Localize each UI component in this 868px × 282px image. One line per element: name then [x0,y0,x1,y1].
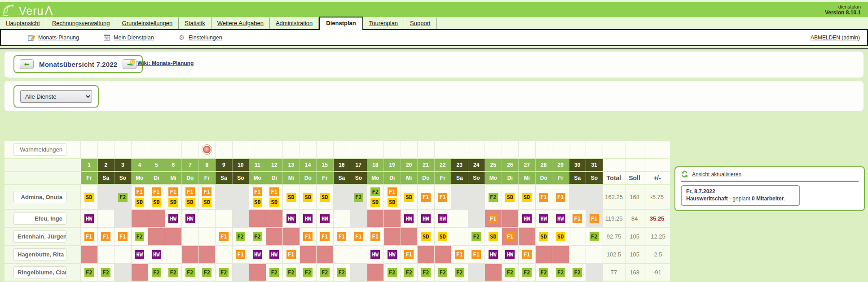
shift-cell-day-3[interactable]: F2 [115,185,132,209]
shift-cell-day-25[interactable]: HW [485,246,502,263]
shift-cell-day-29[interactable] [552,246,569,263]
shift-cell-day-15[interactable]: SD [317,185,334,209]
shift-cell-day-21[interactable]: SD [418,228,435,245]
shift-cell-day-20[interactable]: F1 [401,246,418,263]
shift-cell-day-29[interactable]: SD [552,228,569,245]
shift-cell-day-23[interactable] [451,228,468,245]
shift-cell-day-27[interactable] [519,228,536,245]
shift-cell-day-29[interactable]: F1 [552,185,569,209]
shift-cell-day-2[interactable] [98,185,115,209]
shift-cell-day-24[interactable] [468,264,485,281]
shift-cell-day-11[interactable] [249,210,266,227]
shift-cell-day-17[interactable] [350,264,367,281]
shift-cell-day-12[interactable]: F1SD [266,185,283,209]
shift-cell-day-26[interactable]: F1 [502,228,519,245]
shift-cell-day-10[interactable]: F1 [233,246,250,263]
shift-cell-day-12[interactable] [266,228,283,245]
shift-cell-day-10[interactable]: F2 [233,228,250,245]
tab-support[interactable]: Support [404,17,437,29]
tab-tourenplan[interactable]: Tourenplan [363,17,404,29]
shift-cell-day-22[interactable] [435,246,452,263]
shift-cell-day-15[interactable]: HW [317,210,334,227]
shift-cell-day-17[interactable]: F1 [350,228,367,245]
tab-rechnungsverwaltung[interactable]: Rechnungsverwaltung [46,17,116,29]
shift-cell-day-5[interactable] [148,228,165,245]
shift-cell-day-18[interactable]: F1 [367,228,384,245]
shift-cell-day-30[interactable]: F1 [569,210,586,227]
einstellungen-link[interactable]: ⚙Einstellungen [178,34,222,41]
shift-cell-day-19[interactable] [384,210,401,227]
shift-cell-day-6[interactable]: F2 [165,264,182,281]
shift-cell-day-22[interactable]: F1 [435,185,452,209]
shift-cell-day-13[interactable]: F2 [283,264,300,281]
shift-cell-day-26[interactable]: SD [502,185,519,209]
shift-cell-day-28[interactable]: HW [536,210,553,227]
shift-cell-day-22[interactable]: SD [435,228,452,245]
shift-cell-day-2[interactable]: F1 [98,228,115,245]
shift-cell-day-31[interactable] [586,264,603,281]
shift-cell-day-25[interactable]: F2 [485,185,502,209]
shift-cell-day-31[interactable]: F2 [586,228,603,245]
tab-administration[interactable]: Administration [270,17,319,29]
shift-cell-day-18[interactable]: HW [367,246,384,263]
shift-cell-day-30[interactable] [569,228,586,245]
shift-cell-day-4[interactable]: F2 [132,228,149,245]
shift-cell-day-5[interactable]: F2 [148,264,165,281]
shift-cell-day-16[interactable] [334,185,351,209]
prev-month-button[interactable]: ⬅ [20,59,34,69]
shift-cell-day-25[interactable]: SD [485,228,502,245]
shift-cell-day-1[interactable]: SD [81,185,98,209]
shift-cell-day-4[interactable] [132,210,149,227]
shift-cell-day-23[interactable]: F1 [451,246,468,263]
shift-cell-day-8[interactable] [199,228,216,245]
shift-cell-day-19[interactable]: HW [384,246,401,263]
shift-cell-day-21[interactable]: F2 [418,264,435,281]
shift-cell-day-9[interactable] [216,246,233,263]
shift-cell-day-17[interactable] [350,210,367,227]
tab-grundeinstellungen[interactable]: Grundeinstellungen [116,17,179,29]
shift-cell-day-20[interactable] [401,228,418,245]
shift-cell-day-28[interactable]: SD [536,228,553,245]
shift-cell-day-16[interactable] [334,210,351,227]
shift-cell-day-24[interactable]: F1 [468,246,485,263]
shift-cell-day-23[interactable] [451,210,468,227]
shift-cell-day-7[interactable] [182,228,199,245]
shift-cell-day-1[interactable] [81,246,98,263]
shift-cell-day-7[interactable]: F2 [182,264,199,281]
shift-cell-day-24[interactable] [468,185,485,209]
shift-cell-day-27[interactable]: HW [519,210,536,227]
shift-cell-day-2[interactable]: F2 [98,264,115,281]
shift-cell-day-15[interactable] [317,246,334,263]
shift-cell-day-7[interactable] [182,246,199,263]
shift-cell-day-28[interactable] [536,246,553,263]
shift-cell-day-26[interactable]: F2 [502,264,519,281]
shift-cell-day-19[interactable]: F1SD [384,185,401,209]
shift-cell-day-10[interactable] [233,264,250,281]
shift-cell-day-23[interactable]: F2 [451,264,468,281]
shift-cell-day-20[interactable]: F2 [401,264,418,281]
service-filter-select[interactable]: Alle Dienste [20,90,92,103]
shift-cell-day-14[interactable]: HW [300,210,317,227]
shift-cell-day-12[interactable]: F2 [266,264,283,281]
shift-cell-day-16[interactable] [334,246,351,263]
shift-cell-day-8[interactable]: F1SD [199,185,216,209]
shift-cell-day-11[interactable]: HW [249,246,266,263]
shift-cell-day-14[interactable]: F2 [300,264,317,281]
shift-cell-day-10[interactable] [233,185,250,209]
shift-cell-day-9[interactable] [216,185,233,209]
shift-cell-day-8[interactable]: F2 [199,264,216,281]
shift-cell-day-19[interactable]: F2 [384,264,401,281]
shift-cell-day-19[interactable] [384,228,401,245]
shift-cell-day-12[interactable] [266,210,283,227]
shift-cell-day-6[interactable]: HW [165,210,182,227]
shift-cell-day-27[interactable]: F2 [519,264,536,281]
shift-cell-day-24[interactable]: F2 [468,228,485,245]
shift-cell-day-6[interactable] [165,246,182,263]
shift-cell-day-18[interactable] [367,264,384,281]
shift-cell-day-1[interactable]: F2 [81,264,98,281]
shift-cell-day-25[interactable]: F1 [485,210,502,227]
shift-cell-day-4[interactable]: HW [132,246,149,263]
shift-cell-day-9[interactable]: F2 [216,264,233,281]
shift-cell-day-3[interactable] [115,264,132,281]
shift-cell-day-5[interactable] [148,210,165,227]
